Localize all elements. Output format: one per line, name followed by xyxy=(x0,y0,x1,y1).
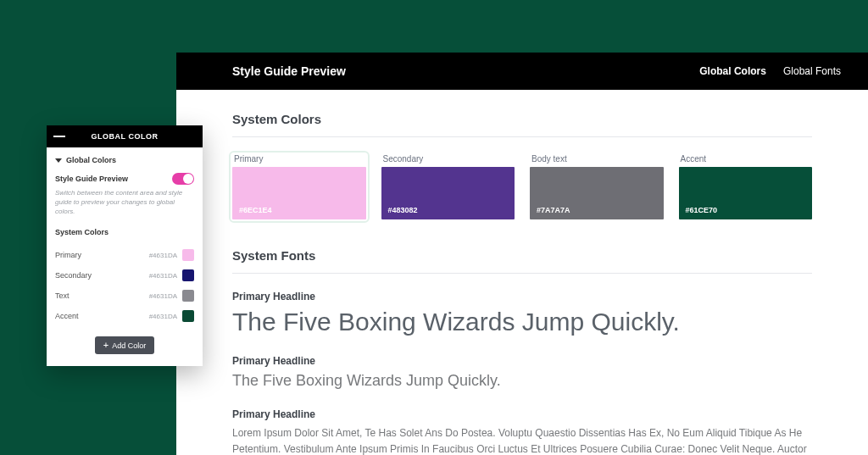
swatch-label: Body text xyxy=(530,154,664,164)
nav-global-fonts[interactable]: Global Fonts xyxy=(783,65,841,77)
color-hex: #4631DA xyxy=(149,292,177,300)
preview-nav: Global Colors Global Fonts xyxy=(699,65,841,77)
color-row-secondary[interactable]: Secondary #4631DA xyxy=(55,265,194,286)
style-guide-preview-window: Style Guide Preview Global Colors Global… xyxy=(176,53,868,455)
dropdown-label: Global Colors xyxy=(66,156,116,164)
swatch-row: Primary #6EC1E4 Secondary #483082 Body t… xyxy=(232,154,812,219)
swatch-label: Primary xyxy=(232,154,366,164)
apps-grid-icon[interactable] xyxy=(184,130,196,142)
color-chip[interactable] xyxy=(182,310,194,322)
preview-title: Style Guide Preview xyxy=(232,64,346,78)
toggle-hint: Switch between the content area and styl… xyxy=(55,189,194,216)
swatch-label: Secondary xyxy=(381,154,515,164)
panel-body: Global Colors Style Guide Preview Switch… xyxy=(47,147,203,366)
color-row-text[interactable]: Text #4631DA xyxy=(55,286,194,306)
font-block-body: Primary Headline Lorem Ipsum Dolor Sit A… xyxy=(232,408,812,455)
font-sample: The Five Boxing Wizards Jump Quickly. xyxy=(232,372,812,390)
color-list: Primary #4631DA Secondary #4631DA Text #… xyxy=(55,245,194,326)
color-name: Secondary xyxy=(55,271,92,280)
plus-icon: + xyxy=(103,341,108,350)
swatch-primary[interactable]: Primary #6EC1E4 xyxy=(232,154,366,219)
swatch-hex: #7A7A7A xyxy=(537,206,570,214)
panel-header: GLOBAL COLOR xyxy=(47,125,203,147)
font-block-primary-md: Primary Headline The Five Boxing Wizards… xyxy=(232,355,812,390)
system-colors-title: System Colors xyxy=(232,112,812,126)
caret-down-icon xyxy=(55,158,62,163)
system-fonts-title: System Fonts xyxy=(232,248,812,263)
font-label: Primary Headline xyxy=(232,355,812,367)
global-colors-dropdown[interactable]: Global Colors xyxy=(55,156,194,164)
swatch-accent[interactable]: Accent #61CE70 xyxy=(679,154,813,219)
add-color-button[interactable]: + Add Color xyxy=(95,336,154,354)
global-color-panel: GLOBAL COLOR Global Colors Style Guide P… xyxy=(47,125,203,366)
color-name: Text xyxy=(55,291,70,300)
color-name: Primary xyxy=(55,251,81,259)
divider xyxy=(232,136,812,137)
style-guide-preview-toggle[interactable] xyxy=(172,173,194,185)
add-color-label: Add Color xyxy=(112,341,146,350)
swatch-secondary[interactable]: Secondary #483082 xyxy=(381,154,515,219)
style-guide-preview-toggle-row: Style Guide Preview xyxy=(55,173,194,185)
swatch-color: #6EC1E4 xyxy=(232,167,366,219)
swatch-label: Accent xyxy=(679,154,813,164)
color-chip[interactable] xyxy=(182,249,194,261)
swatch-color: #483082 xyxy=(381,167,515,219)
color-chip[interactable] xyxy=(182,290,194,302)
menu-icon[interactable] xyxy=(53,130,65,142)
swatch-color: #7A7A7A xyxy=(530,167,664,219)
swatch-hex: #61CE70 xyxy=(686,206,718,214)
color-hex: #4631DA xyxy=(149,252,177,259)
color-hex: #4631DA xyxy=(149,272,177,280)
swatch-body-text[interactable]: Body text #7A7A7A xyxy=(530,154,664,219)
font-block-primary-lg: Primary Headline The Five Boxing Wizards… xyxy=(232,291,812,336)
divider xyxy=(232,273,812,274)
swatch-hex: #483082 xyxy=(388,206,418,214)
panel-subtitle: System Colors xyxy=(55,228,194,236)
color-chip[interactable] xyxy=(182,269,194,281)
font-sample: Lorem Ipsum Dolor Sit Amet, Te Has Solet… xyxy=(232,425,812,455)
swatch-color: #61CE70 xyxy=(679,167,813,219)
color-name: Accent xyxy=(55,312,79,320)
color-row-primary[interactable]: Primary #4631DA xyxy=(55,245,194,265)
font-label: Primary Headline xyxy=(232,408,812,420)
nav-global-colors[interactable]: Global Colors xyxy=(699,65,766,77)
preview-body: System Colors Primary #6EC1E4 Secondary … xyxy=(176,90,868,455)
color-row-accent[interactable]: Accent #4631DA xyxy=(55,306,194,326)
font-sample: The Five Boxing Wizards Jump Quickly. xyxy=(232,308,812,336)
toggle-label: Style Guide Preview xyxy=(55,175,128,183)
font-label: Primary Headline xyxy=(232,291,812,302)
color-hex: #4631DA xyxy=(149,313,177,320)
preview-header: Style Guide Preview Global Colors Global… xyxy=(176,53,868,90)
panel-title: GLOBAL COLOR xyxy=(92,132,159,141)
swatch-hex: #6EC1E4 xyxy=(239,206,272,214)
